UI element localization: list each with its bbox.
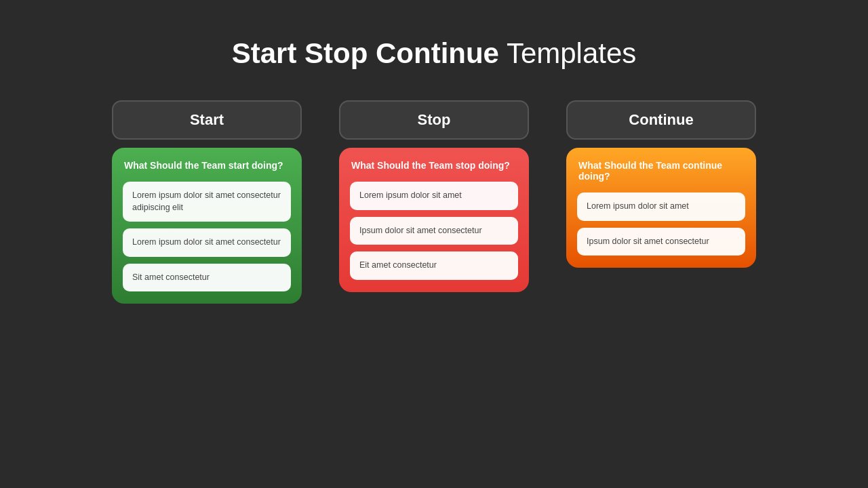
list-item: Eit amet consectetur <box>350 251 518 280</box>
continue-question: What Should the Team continue doing? <box>577 160 745 182</box>
start-card: What Should the Team start doing?Lorem i… <box>112 148 302 304</box>
column-start: StartWhat Should the Team start doing?Lo… <box>112 100 302 304</box>
list-item: Lorem ipsum dolor sit amet consectetur a… <box>123 182 291 222</box>
list-item: Lorem ipsum dolor sit amet <box>577 192 745 221</box>
stop-header: Stop <box>339 100 529 140</box>
list-item: Sit amet consectetur <box>123 264 291 292</box>
continue-header: Continue <box>566 100 756 140</box>
stop-card: What Should the Team stop doing?Lorem ip… <box>339 148 529 292</box>
list-item: Ipsum dolor sit amet consectetur <box>350 217 518 245</box>
columns-container: StartWhat Should the Team start doing?Lo… <box>112 100 756 304</box>
continue-card: What Should the Team continue doing?Lore… <box>566 148 756 268</box>
continue-items: Lorem ipsum dolor sit ametIpsum dolor si… <box>577 192 745 256</box>
list-item: Lorem ipsum dolor sit amet <box>350 182 518 210</box>
start-items: Lorem ipsum dolor sit amet consectetur a… <box>123 182 291 291</box>
stop-question: What Should the Team stop doing? <box>350 160 518 171</box>
start-question: What Should the Team start doing? <box>123 160 291 171</box>
column-continue: ContinueWhat Should the Team continue do… <box>566 100 756 268</box>
list-item: Ipsum dolor sit amet consectetur <box>577 228 745 256</box>
list-item: Lorem ipsum dolor sit amet consectetur <box>123 228 291 257</box>
start-header: Start <box>112 100 302 140</box>
stop-items: Lorem ipsum dolor sit ametIpsum dolor si… <box>350 182 518 280</box>
page-title: Start Stop Continue Templates <box>232 37 637 70</box>
column-stop: StopWhat Should the Team stop doing?Lore… <box>339 100 529 292</box>
